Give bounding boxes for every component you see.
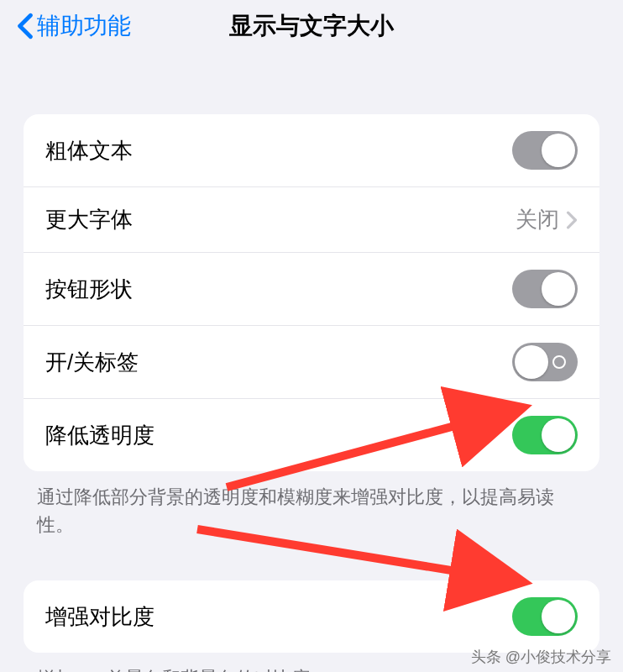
chevron-left-icon bbox=[17, 13, 34, 39]
toggle-off-mark-icon bbox=[552, 355, 566, 369]
row-label: 按钮形状 bbox=[45, 275, 133, 304]
settings-group-2: 增强对比度 bbox=[24, 580, 599, 653]
row-value: 关闭 bbox=[516, 205, 559, 234]
settings-group-1: 粗体文本 更大字体 关闭 按钮形状 开/关标签 降低透明度 bbox=[24, 114, 599, 471]
row-label: 增强对比度 bbox=[45, 602, 154, 632]
row-label: 更大字体 bbox=[45, 205, 133, 234]
row-increase-contrast[interactable]: 增强对比度 bbox=[24, 580, 599, 653]
back-button[interactable]: 辅助功能 bbox=[17, 10, 131, 42]
row-label: 开/关标签 bbox=[45, 348, 139, 377]
row-label: 降低透明度 bbox=[45, 421, 154, 450]
toggle-reduce-transparency[interactable] bbox=[512, 416, 578, 454]
watermark: 头条 @小俊技术分享 bbox=[471, 647, 611, 667]
back-label: 辅助功能 bbox=[37, 10, 131, 42]
chevron-right-icon bbox=[566, 211, 578, 229]
row-reduce-transparency[interactable]: 降低透明度 bbox=[24, 398, 599, 471]
page-title: 显示与文字大小 bbox=[229, 10, 394, 42]
row-bold-text[interactable]: 粗体文本 bbox=[24, 114, 599, 186]
toggle-on-off-labels[interactable] bbox=[512, 343, 578, 381]
row-larger-text[interactable]: 更大字体 关闭 bbox=[24, 186, 599, 252]
group-footer-1: 通过降低部分背景的透明度和模糊度来增强对比度，以提高易读性。 bbox=[0, 471, 623, 538]
row-label: 粗体文本 bbox=[45, 136, 133, 165]
toggle-button-shapes[interactable] bbox=[512, 270, 578, 308]
toggle-bold-text[interactable] bbox=[512, 131, 578, 170]
row-button-shapes[interactable]: 按钮形状 bbox=[24, 252, 599, 325]
toggle-increase-contrast[interactable] bbox=[512, 597, 578, 636]
row-on-off-labels[interactable]: 开/关标签 bbox=[24, 325, 599, 398]
